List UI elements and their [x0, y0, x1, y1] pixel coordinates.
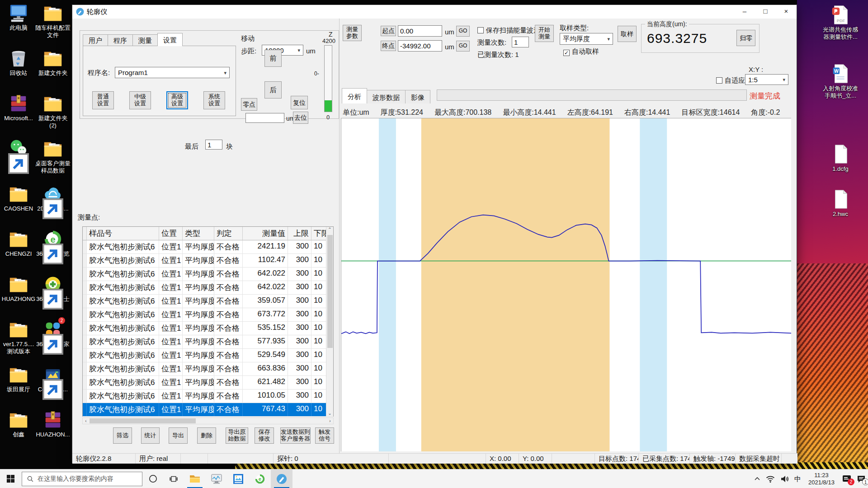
column-header[interactable]: 上限 — [288, 227, 311, 240]
view-tab-波形数据[interactable]: 波形数据 — [367, 90, 406, 103]
scale-select[interactable]: 1:5▾ — [745, 74, 788, 85]
column-header[interactable]: 判定 — [214, 227, 243, 240]
table-row[interactable]: 胶水气泡初步测试6位置1平均厚度不合格359.05730010 — [83, 295, 333, 308]
end-point-button[interactable]: 终点 — [381, 41, 396, 51]
table-row[interactable]: 胶水气泡初步测试6位置1平均厚度不合格535.15230010 — [83, 322, 333, 335]
checkbox-icon[interactable] — [716, 77, 722, 84]
desktop-icon[interactable]: e360安全浏览 器 — [35, 229, 71, 274]
taskbar-app-profilometer[interactable] — [271, 469, 292, 488]
end-go-button[interactable]: GO — [456, 41, 470, 52]
table-row[interactable]: 胶水气泡初步测试6位置1平均厚度不合格621.48230010 — [83, 376, 333, 389]
column-header[interactable] — [83, 227, 87, 240]
scroll-down-icon[interactable]: ⌄ — [328, 411, 331, 416]
settings-button-2[interactable]: 高级 设置 — [166, 91, 188, 109]
taskbar-app-photos[interactable] — [227, 469, 249, 488]
start-go-button[interactable]: GO — [456, 26, 470, 37]
table-action-button-0[interactable]: 筛选 — [113, 427, 132, 444]
wifi-icon[interactable] — [765, 474, 775, 484]
goto-input[interactable] — [245, 113, 284, 123]
vscroll-thumb[interactable] — [327, 235, 333, 348]
desktop-icon[interactable]: PDF光谱共焦传感 器测量软件... — [816, 5, 865, 50]
adaptive-checkbox[interactable]: 自适应 — [716, 76, 745, 85]
start-measure-button[interactable]: 开始 测量 — [535, 25, 554, 42]
desktop-icon[interactable]: CHENGZI — [1, 229, 36, 274]
scroll-right-icon[interactable]: › — [327, 418, 333, 424]
desktop-icon[interactable]: ver1.77.5.... 测试版本 — [1, 319, 36, 364]
clock[interactable]: 11:23 2021/8/13 — [806, 472, 837, 487]
volume-icon[interactable] — [780, 474, 790, 484]
table-action-button-7[interactable]: 触发 信号 — [315, 427, 334, 444]
table-row[interactable]: 胶水气泡初步测试6位置1平均厚度不合格663.83630010 — [83, 362, 333, 376]
sample-button[interactable]: 取样 — [618, 26, 637, 42]
desktop-icon[interactable]: 此电脑 — [1, 3, 36, 48]
table-action-button-5[interactable]: 保存 修改 — [255, 427, 274, 444]
desktop-icon[interactable]: 360安全卫士 — [35, 274, 71, 319]
settings-button-1[interactable]: 中级 设置 — [129, 91, 151, 109]
desktop-icon[interactable]: 坂田展厅 — [1, 364, 36, 409]
desktop-icon[interactable]: 回收站 — [1, 48, 36, 93]
desktop-icon[interactable]: ComMoni... — [35, 364, 71, 409]
desktop-icon[interactable]: HUAZHON... — [35, 409, 71, 455]
desktop-icon[interactable]: 新建文件夹 (2) — [35, 93, 71, 138]
tab-用户[interactable]: 用户 — [83, 34, 108, 46]
settings-button-3[interactable]: 系统 设置 — [203, 91, 225, 109]
action-center-icon[interactable]: 1 — [856, 474, 866, 484]
table-action-button-3[interactable]: 删除 — [197, 427, 216, 444]
desktop-icon[interactable]: 新建文件夹 — [35, 48, 71, 93]
last-block-input[interactable] — [205, 140, 222, 150]
save-wave-checkbox[interactable]: 保存扫描能量波形 — [477, 26, 540, 35]
table-row[interactable]: 胶水气泡初步测试6位置1平均厚度不合格642.02230010 — [83, 267, 333, 281]
table-row[interactable]: 胶水气泡初步测试6位置1平均厚度不合格1102.4730010 — [83, 254, 333, 267]
tray-expand-icon[interactable] — [754, 474, 761, 484]
table-row[interactable]: 胶水气泡初步测试6位置1平均厚度不合格2421.1930010 — [83, 240, 333, 254]
zero-height-button[interactable]: 归零 — [736, 30, 755, 46]
minimize-button[interactable]: – — [734, 5, 755, 19]
zero-point-button[interactable]: 零点 — [241, 98, 257, 111]
table-row[interactable]: 胶水气泡初步测试6位置1平均厚度不合格767.4330010 — [83, 403, 333, 417]
taskbar-app-explorer[interactable] — [184, 469, 206, 488]
table-action-button-6[interactable]: 发送数据到 客户服务器 — [280, 427, 311, 444]
taskbar-app-monitor-app[interactable] — [206, 469, 227, 488]
settings-button-0[interactable]: 普通 设置 — [92, 91, 114, 109]
search-input[interactable]: 在这里输入你要搜索的内容 — [22, 472, 142, 486]
table-action-button-1[interactable]: 统计 — [141, 427, 160, 444]
close-button[interactable]: × — [776, 5, 797, 19]
ime-indicator[interactable]: 中 — [794, 475, 801, 483]
measure-params-button[interactable]: 测量 参数 — [343, 25, 362, 41]
sample-type-select[interactable]: 平均厚度▾ — [560, 33, 613, 45]
desktop-icon[interactable]: 桌面客户测量 样品数据 — [35, 138, 71, 183]
desktop-icon[interactable]: HUAZHONG — [1, 274, 36, 319]
reset-button[interactable]: 复位 — [291, 96, 308, 109]
desktop-icon[interactable]: 2DContou... — [35, 183, 71, 229]
desktop-icon[interactable]: 1.dcfg — [816, 144, 865, 189]
view-tab-分析[interactable]: 分析 — [342, 88, 367, 103]
table-row[interactable]: 胶水气泡初步测试6位置1平均厚度不合格1010.0530010 — [83, 389, 333, 403]
times-input[interactable] — [512, 37, 529, 47]
column-header[interactable]: 下限 — [311, 227, 327, 240]
desktop-icon[interactable]: 2360软件管家 — [35, 319, 71, 364]
column-header[interactable]: 测量值 — [243, 227, 288, 240]
table-row[interactable]: 胶水气泡初步测试6位置1平均厚度不合格529.54930010 — [83, 349, 333, 362]
desktop-icon[interactable]: 2.hwc — [816, 189, 865, 234]
goto-button[interactable]: 去位 — [293, 112, 308, 124]
checkbox-icon[interactable]: ✓ — [563, 50, 570, 56]
desktop-icon[interactable]: W入射角度校准 手顺书_立... — [816, 63, 865, 108]
table-row[interactable]: 胶水气泡初步测试6位置1平均厚度不合格642.02230010 — [83, 281, 333, 295]
tab-测量[interactable]: 测量 — [132, 34, 158, 46]
table-vscrollbar[interactable]: ⌃⌄ — [326, 227, 333, 416]
column-header[interactable]: 样品号 — [87, 227, 159, 240]
table-row[interactable]: 胶水气泡初步测试6位置1平均厚度不合格577.93530010 — [83, 335, 333, 349]
start-button[interactable] — [0, 469, 21, 488]
table-row[interactable]: 胶水气泡初步测试6位置1平均厚度不合格673.77230010 — [83, 308, 333, 322]
desktop-icon[interactable]: 创鑫 — [1, 409, 36, 455]
end-point-input[interactable] — [398, 40, 442, 52]
hscroll-thumb[interactable] — [90, 418, 196, 423]
checkbox-icon[interactable] — [477, 27, 484, 33]
task-view-button[interactable] — [163, 469, 184, 488]
desktop-icon[interactable]: 随车样机配置 文件 — [35, 3, 71, 48]
desktop-icon[interactable]: 微信 — [1, 138, 36, 183]
table-hscrollbar[interactable]: ‹ › — [82, 418, 334, 424]
maximize-button[interactable]: □ — [755, 5, 776, 19]
column-header[interactable]: 位置 — [159, 227, 183, 240]
table-action-button-2[interactable]: 导出 — [169, 427, 188, 444]
